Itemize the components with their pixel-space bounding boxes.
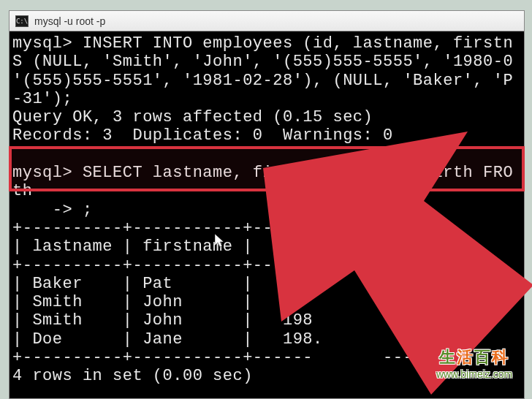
- watermark-url: www.bimeiz.com: [427, 368, 522, 380]
- line-2: '(555)555-5551', '1981-02-28'), (NULL, '…: [12, 72, 513, 90]
- line-13: | Baker | Pat | 19 |: [12, 275, 443, 293]
- line-3: -31');: [12, 90, 72, 108]
- line-1: S (NULL, 'Smith', 'John', '(555)555-5555…: [12, 53, 513, 71]
- line-18: 4 rows in set (0.00 sec): [12, 367, 253, 385]
- line-16: | Doe | Jane | 198. |: [12, 330, 443, 349]
- line-8: th: [12, 182, 32, 200]
- line-0: mysql> INSERT INTO employees (id, lastna…: [12, 34, 513, 53]
- line-17: +----------+-----------+------ -----+: [12, 349, 443, 367]
- line-14: | Smith | John | 19 |: [12, 293, 443, 311]
- line-5: Records: 3 Duplicates: 0 Warnings: 0: [12, 126, 393, 145]
- line-9: -> ;: [12, 201, 93, 219]
- title-bar[interactable]: C:\ mysql -u root -p: [10, 11, 524, 31]
- line-11: | lastname | firstname | | h |: [12, 238, 443, 256]
- terminal-window: C:\ mysql -u root -p mysql> INSERT INTO …: [9, 10, 525, 399]
- watermark-text: 生活百科: [427, 346, 522, 368]
- line-15: | Smith | John | 198 |: [12, 311, 443, 330]
- line-7: mysql> SELECT lastname, firstname, dateo…: [12, 164, 513, 182]
- watermark: 生活百科 www.bimeiz.com: [427, 346, 522, 383]
- line-4: Query OK, 3 rows affected (0.15 sec): [12, 108, 373, 126]
- line-12: +----------+-----------+---- -----+: [12, 256, 443, 275]
- cmd-icon: C:\: [15, 15, 28, 27]
- terminal-output[interactable]: mysql> INSERT INTO employees (id, lastna…: [10, 31, 524, 399]
- window-title: mysql -u root -p: [34, 15, 105, 27]
- line-10: +----------+-----------+-------------+: [12, 219, 393, 238]
